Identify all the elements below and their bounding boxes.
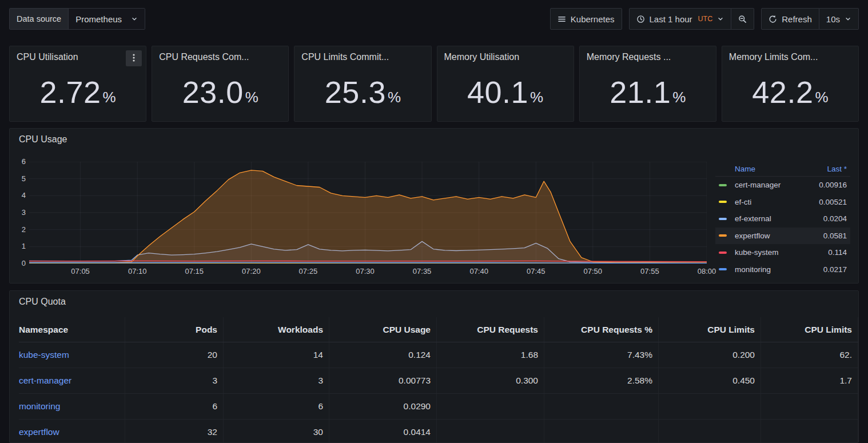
time-series-svg bbox=[29, 162, 707, 264]
y-axis-labels: 0123456 bbox=[10, 129, 26, 283]
stat-value-row: 25.3 % bbox=[294, 67, 431, 117]
quota-header-row: NamespacePodsWorkloadsCPU UsageCPU Reque… bbox=[19, 317, 858, 342]
table-cell bbox=[544, 420, 659, 443]
datasource-label: Data source bbox=[10, 9, 69, 29]
toolbar-right: Kubernetes Last 1 hour UTC bbox=[550, 8, 859, 30]
legend-series-name[interactable]: cert-manager bbox=[735, 181, 819, 189]
legend-series-name[interactable]: expertflow bbox=[735, 232, 823, 240]
table-cell bbox=[437, 394, 544, 419]
column-header[interactable]: CPU Limits bbox=[761, 317, 858, 342]
column-header[interactable]: CPU Requests % bbox=[544, 317, 659, 342]
column-header[interactable]: Workloads bbox=[224, 317, 329, 342]
kubernetes-button-label: Kubernetes bbox=[571, 14, 615, 24]
table-row: cert-manager330.007730.3002.58%0.4501.7 bbox=[19, 368, 858, 394]
clock-icon bbox=[636, 15, 645, 23]
stat-unit: % bbox=[245, 90, 258, 105]
y-tick-label: 1 bbox=[10, 242, 26, 251]
legend-series-name[interactable]: ef-external bbox=[735, 214, 823, 223]
legend-row: expertflow 0.0581 bbox=[715, 228, 850, 245]
legend-series-name[interactable]: kube-system bbox=[735, 248, 828, 257]
legend-sort-by-name[interactable]: Name bbox=[735, 165, 827, 173]
namespace-link[interactable]: expertflow bbox=[19, 427, 59, 437]
legend-series-name[interactable]: ef-cti bbox=[735, 198, 819, 206]
series-color-swatch bbox=[719, 252, 727, 254]
stat-panel: Memory Limits Com... 42.2 % bbox=[722, 46, 859, 122]
legend-series-name[interactable]: monitoring bbox=[735, 265, 823, 274]
y-tick-label: 2 bbox=[10, 225, 26, 234]
chevron-down-icon bbox=[845, 15, 851, 22]
namespace-cell: kube-system bbox=[19, 342, 125, 368]
stat-panel: CPU Requests Com... 23.0 % bbox=[152, 46, 289, 122]
x-tick-label: 07:50 bbox=[584, 267, 603, 276]
stat-panel-title: CPU Utilisation bbox=[17, 52, 124, 62]
cpu-usage-chart[interactable] bbox=[29, 162, 707, 264]
table-cell bbox=[761, 394, 858, 419]
stat-panel-title: CPU Requests Com... bbox=[159, 52, 266, 62]
stat-unit: % bbox=[103, 90, 116, 105]
toolbar: Data source Prometheus Kubernetes bbox=[9, 8, 859, 30]
x-tick-label: 07:35 bbox=[413, 267, 432, 276]
legend-series-value: 0.0581 bbox=[823, 232, 847, 240]
table-cell bbox=[659, 420, 761, 443]
panel-menu-button[interactable] bbox=[126, 50, 142, 66]
stat-value: 42.2 bbox=[752, 77, 813, 107]
table-cell: 14 bbox=[224, 342, 329, 368]
cpu-quota-table: NamespacePodsWorkloadsCPU UsageCPU Reque… bbox=[19, 317, 858, 443]
zoom-out-button[interactable] bbox=[731, 8, 754, 30]
time-range-picker[interactable]: Last 1 hour UTC bbox=[629, 8, 732, 30]
namespace-link[interactable]: kube-system bbox=[19, 350, 69, 360]
legend-series-value: 0.114 bbox=[828, 248, 847, 257]
cpu-usage-panel: CPU Usage 0123456 07:0507:1007:1507:2007… bbox=[9, 128, 859, 284]
stat-panel-title: Memory Limits Com... bbox=[729, 52, 837, 62]
table-row: expertflow32300.0414 bbox=[19, 420, 858, 443]
stat-panels-row: CPU Utilisation 2.72 % CPU Requests Com.… bbox=[9, 46, 859, 122]
stat-value: 25.3 bbox=[325, 77, 386, 107]
table-cell: 32 bbox=[125, 420, 224, 443]
legend-header: Name Last * bbox=[715, 162, 850, 177]
stat-value: 40.1 bbox=[467, 77, 528, 107]
kebab-menu-icon bbox=[133, 53, 135, 64]
cpu-quota-panel: CPU Quota NamespacePodsWorkloadsCPU Usag… bbox=[9, 290, 859, 443]
refresh-interval-picker[interactable]: 10s bbox=[819, 8, 859, 30]
datasource-value: Prometheus bbox=[75, 14, 122, 24]
stat-panel: CPU Utilisation 2.72 % bbox=[9, 46, 146, 122]
namespace-link[interactable]: monitoring bbox=[19, 401, 60, 412]
x-tick-label: 07:30 bbox=[356, 267, 375, 276]
legend-rows: cert-manager 0.00916 ef-cti 0.00521 ef-e… bbox=[715, 177, 850, 278]
refresh-button-label: Refresh bbox=[782, 14, 812, 24]
series-color-swatch bbox=[719, 234, 727, 237]
namespace-link[interactable]: cert-manager bbox=[19, 376, 71, 386]
table-cell: 0.0290 bbox=[329, 394, 437, 419]
x-tick-label: 07:10 bbox=[128, 267, 147, 276]
stat-value-row: 2.72 % bbox=[10, 67, 146, 117]
x-tick-label: 07:20 bbox=[242, 267, 261, 276]
legend-row: monitoring 0.0217 bbox=[715, 261, 850, 278]
namespace-cell: monitoring bbox=[19, 394, 125, 419]
x-tick-label: 07:55 bbox=[640, 267, 659, 276]
stat-panel: CPU Limits Commit... 25.3 % bbox=[294, 46, 431, 122]
column-header[interactable]: CPU Usage bbox=[329, 317, 437, 342]
datasource-select[interactable]: Prometheus bbox=[69, 9, 145, 29]
cpu-quota-panel-title: CPU Quota bbox=[19, 297, 66, 307]
time-range-label: Last 1 hour bbox=[650, 14, 692, 24]
column-header[interactable]: Namespace bbox=[19, 317, 125, 342]
kubernetes-button[interactable]: Kubernetes bbox=[550, 8, 622, 30]
column-header[interactable]: Pods bbox=[125, 317, 224, 342]
stat-value-row: 42.2 % bbox=[722, 67, 858, 117]
list-icon bbox=[558, 15, 566, 23]
refresh-button[interactable]: Refresh bbox=[761, 8, 819, 30]
table-row: kube-system20140.1241.687.43%0.20062. bbox=[19, 342, 858, 368]
table-cell: 30 bbox=[224, 420, 329, 443]
table-cell: 1.68 bbox=[437, 342, 544, 368]
stat-panel: Memory Utilisation 40.1 % bbox=[437, 46, 574, 122]
namespace-cell: expertflow bbox=[19, 420, 125, 443]
legend-sort-by-last[interactable]: Last * bbox=[827, 165, 847, 173]
column-header[interactable]: CPU Limits bbox=[659, 317, 761, 342]
namespace-cell: cert-manager bbox=[19, 368, 125, 393]
zoom-out-icon bbox=[738, 15, 747, 23]
table-cell: 3 bbox=[125, 368, 224, 393]
column-header[interactable]: CPU Requests bbox=[437, 317, 544, 342]
table-cell: 0.450 bbox=[659, 368, 761, 393]
quota-table-body: kube-system20140.1241.687.43%0.20062.cer… bbox=[19, 342, 858, 443]
x-tick-label: 08:00 bbox=[698, 267, 716, 276]
